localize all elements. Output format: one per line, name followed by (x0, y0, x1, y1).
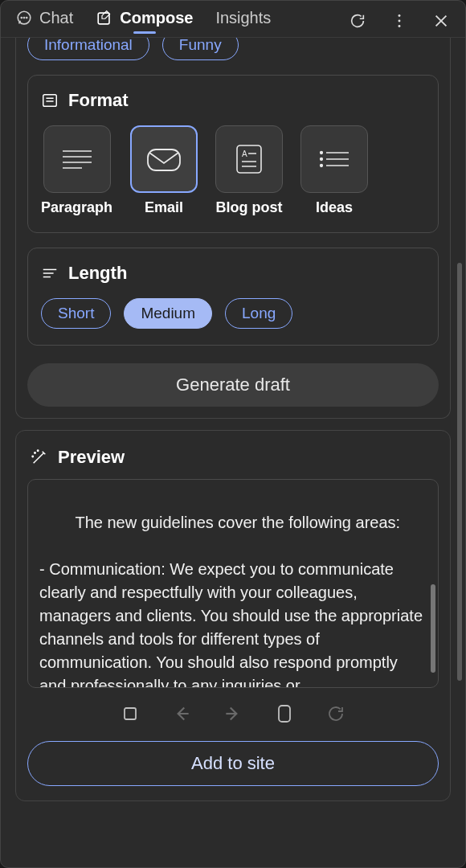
preview-actions (27, 702, 439, 725)
preview-scrollbar-thumb[interactable] (431, 584, 435, 673)
prev-icon[interactable] (170, 702, 193, 725)
stop-icon[interactable] (119, 702, 141, 725)
tab-insights[interactable]: Insights (215, 9, 271, 32)
preview-title-text: Preview (58, 447, 125, 468)
regenerate-icon[interactable] (325, 702, 347, 725)
format-option-paragraph[interactable]: Paragraph (41, 125, 112, 216)
format-label: Blog post (216, 199, 283, 216)
preview-text-box[interactable]: The new guidelines cover the following a… (27, 479, 439, 688)
length-icon (41, 264, 59, 282)
tab-label: Insights (215, 9, 271, 27)
svg-rect-36 (279, 706, 290, 722)
svg-rect-33 (125, 708, 136, 719)
svg-point-6 (399, 19, 401, 22)
svg-rect-15 (148, 149, 180, 170)
tone-options-partial: Informational Funny (27, 38, 439, 60)
header: Chat Compose Insights (1, 1, 465, 38)
svg-rect-16 (237, 145, 261, 173)
svg-point-32 (32, 456, 33, 457)
svg-point-7 (399, 24, 401, 27)
svg-text:A: A (242, 149, 247, 158)
svg-point-21 (321, 152, 323, 154)
format-option-blogpost[interactable]: A Blog post (215, 125, 283, 216)
tone-chip-informational[interactable]: Informational (27, 38, 149, 60)
tab-compose[interactable]: Compose (96, 9, 193, 32)
format-section: Format Paragraph Email (27, 75, 439, 233)
copy-icon[interactable] (273, 702, 296, 725)
format-option-email[interactable]: Email (130, 125, 198, 216)
chat-icon (15, 10, 33, 27)
section-title-text: Format (68, 90, 129, 111)
preview-section: Preview The new guidelines cover the fol… (15, 430, 451, 801)
format-label: Paragraph (41, 199, 112, 216)
length-title-row: Length (41, 263, 425, 284)
content-area: Informational Funny Format Paragraph (1, 38, 465, 867)
length-options: Short Medium Long (41, 298, 425, 329)
refresh-icon[interactable] (348, 11, 367, 31)
format-title-row: Format (41, 90, 425, 111)
generate-draft-button[interactable]: Generate draft (27, 363, 439, 407)
preview-title-row: Preview (31, 447, 439, 468)
svg-point-3 (27, 17, 27, 18)
format-label: Ideas (316, 199, 353, 216)
length-chip-long[interactable]: Long (225, 298, 292, 329)
tone-chip-funny[interactable]: Funny (162, 38, 239, 60)
wand-icon (31, 448, 48, 466)
tab-label: Chat (39, 9, 73, 27)
section-title-text: Length (68, 263, 127, 284)
length-section: Length Short Medium Long (27, 248, 439, 346)
svg-point-1 (21, 17, 22, 18)
compose-icon (96, 10, 113, 27)
svg-point-23 (321, 158, 323, 161)
svg-point-31 (37, 450, 38, 451)
length-chip-medium[interactable]: Medium (124, 298, 212, 329)
format-options: Paragraph Email A Blog post (41, 125, 425, 216)
next-icon[interactable] (222, 702, 244, 725)
preview-text: The new guidelines cover the following a… (39, 514, 427, 688)
svg-point-2 (23, 17, 24, 18)
svg-point-5 (399, 14, 401, 17)
more-icon[interactable] (390, 11, 409, 31)
svg-point-30 (35, 452, 35, 453)
format-icon (41, 92, 59, 109)
svg-point-25 (321, 165, 323, 167)
compose-panel: Chat Compose Insights Informational Fu (0, 0, 466, 868)
scrollbar-thumb[interactable] (457, 263, 462, 681)
svg-rect-8 (43, 95, 57, 107)
tab-chat[interactable]: Chat (15, 9, 73, 32)
tab-label: Compose (120, 9, 193, 27)
length-chip-short[interactable]: Short (41, 298, 111, 329)
add-to-site-button[interactable]: Add to site (27, 741, 439, 786)
format-label: Email (145, 199, 183, 216)
format-option-ideas[interactable]: Ideas (300, 125, 368, 216)
close-icon[interactable] (431, 11, 451, 31)
